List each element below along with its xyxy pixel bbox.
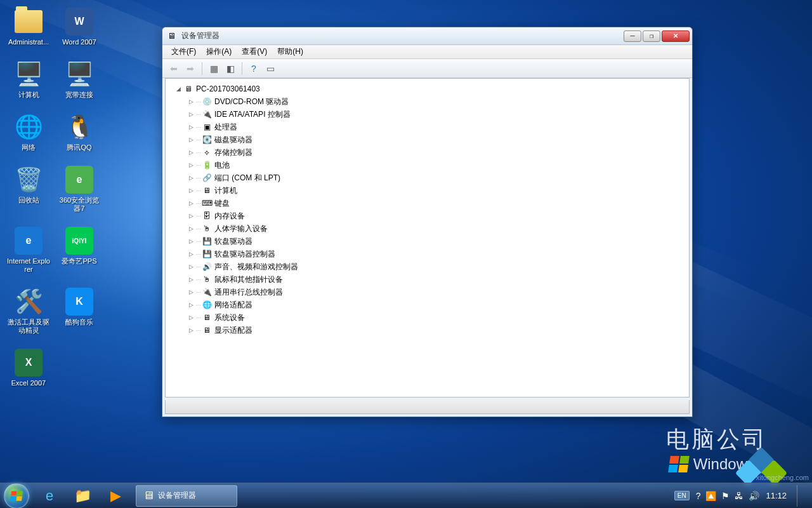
clock[interactable]: 11:12 (766, 491, 787, 500)
device-category-icon: 💽 (202, 135, 212, 145)
tree-node[interactable]: ▷⋯⌨键盘 (168, 197, 686, 210)
expand-icon[interactable]: ▷ (187, 110, 195, 118)
taskbar-item-device-manager[interactable]: 🖥 设备管理器 (136, 485, 237, 507)
expand-icon[interactable]: ▷ (187, 136, 195, 144)
top-tray-icon[interactable]: 🔼 (705, 491, 716, 501)
activation-icon[interactable]: 🛠️激活工具及驱动精灵 (6, 286, 51, 335)
tree-node[interactable]: ▷⋯🔋电池 (168, 159, 686, 171)
node-label: 软盘驱动器控制器 (214, 249, 275, 260)
refresh-button[interactable]: ▭ (263, 61, 278, 76)
menu-操作[interactable]: 操作(A) (201, 45, 237, 58)
task-icon: 🖥 (143, 489, 154, 502)
administrator-icon[interactable]: Administrat... (6, 6, 51, 46)
node-label: 磁盘驱动器 (214, 135, 252, 145)
expand-icon[interactable]: ▷ (187, 314, 195, 321)
kugou-icon[interactable]: K酷狗音乐 (57, 286, 102, 335)
device-category-icon: 🖱 (202, 274, 212, 284)
expand-icon[interactable]: ▷ (187, 98, 195, 105)
window-title: 设备管理器 (181, 30, 624, 41)
tree-node[interactable]: ▷⋯🔌通用串行总线控制器 (168, 286, 686, 298)
expand-icon[interactable]: ▷ (187, 149, 195, 156)
language-indicator[interactable]: EN (674, 491, 690, 500)
minimize-button[interactable] (624, 30, 641, 42)
node-label: 通用串行总线控制器 (214, 287, 283, 298)
tree-node[interactable]: ▷⋯▣处理器 (168, 121, 686, 133)
tree-node[interactable]: ▷⋯🖱鼠标和其他指针设备 (168, 273, 686, 286)
expand-icon[interactable]: ▷ (187, 276, 195, 283)
recycle-bin-icon[interactable]: 🗑️回收站 (6, 164, 51, 213)
ie-icon[interactable]: eInternet Explorer (6, 225, 51, 274)
maximize-button[interactable] (643, 30, 660, 42)
menu-帮助[interactable]: 帮助(H) (272, 45, 308, 58)
menu-查看[interactable]: 查看(V) (237, 45, 272, 58)
tree-node[interactable]: ▷⋯⟡存储控制器 (168, 146, 686, 159)
expand-icon[interactable]: ▷ (187, 123, 195, 131)
media-player-pinned[interactable]: ▶ (100, 485, 131, 507)
device-category-icon: 🗄 (202, 211, 212, 221)
device-category-icon: 💾 (202, 236, 212, 246)
tree-root-node[interactable]: ◢🖥PC-201703061403 (168, 83, 686, 95)
excel-2007-icon[interactable]: XExcel 2007 (6, 347, 51, 387)
iqiyi-icon[interactable]: iQIYI爱奇艺PPS (57, 225, 102, 274)
network-tray-icon[interactable]: 🖧 (735, 491, 743, 501)
titlebar[interactable]: 🖥 设备管理器 (162, 27, 692, 45)
expand-icon[interactable]: ▷ (187, 237, 195, 245)
flag-tray-icon[interactable]: ⚑ (721, 491, 730, 501)
tree-node[interactable]: ▷⋯🖥计算机 (168, 184, 686, 197)
tree-node[interactable]: ▷⋯🖥显示适配器 (168, 324, 686, 337)
expand-icon[interactable]: ▷ (187, 212, 195, 220)
explorer-pinned[interactable]: 📁 (67, 485, 98, 507)
volume-tray-icon[interactable]: 🔊 (749, 491, 759, 501)
icon-label: 网络 (22, 144, 36, 152)
help-button[interactable]: ? (246, 61, 261, 76)
qq-icon[interactable]: 🐧腾讯QQ (57, 112, 102, 152)
expand-icon[interactable]: ▷ (187, 199, 195, 207)
expand-icon[interactable]: ▷ (187, 187, 195, 194)
close-button[interactable] (662, 30, 690, 42)
tree-node[interactable]: ▷⋯💿DVD/CD-ROM 驱动器 (168, 95, 686, 108)
tree-node[interactable]: ▷⋯💾软盘驱动器 (168, 235, 686, 248)
collapse-icon[interactable]: ◢ (174, 85, 182, 93)
network-icon[interactable]: 🌐网络 (6, 112, 51, 152)
tree-node[interactable]: ▷⋯🖱人体学输入设备 (168, 222, 686, 235)
expand-icon[interactable]: ▷ (187, 301, 195, 309)
tree-node[interactable]: ▷⋯🌐网络适配器 (168, 298, 686, 311)
node-label: 显示适配器 (214, 325, 252, 336)
start-button[interactable] (4, 483, 29, 509)
menubar: 文件(F)操作(A)查看(V)帮助(H) (162, 45, 692, 59)
menu-文件[interactable]: 文件(F) (166, 45, 201, 58)
ie-pinned[interactable]: e (34, 485, 65, 507)
tree-node[interactable]: ▷⋯🔗端口 (COM 和 LPT) (168, 171, 686, 184)
node-label: 端口 (COM 和 LPT) (214, 173, 280, 184)
expand-icon[interactable]: ▷ (187, 174, 195, 182)
device-category-icon: 💾 (202, 249, 212, 259)
administrator-icon-glyph (13, 6, 44, 37)
expand-icon[interactable]: ▷ (187, 225, 195, 232)
expand-icon[interactable]: ▷ (187, 161, 195, 169)
root-label: PC-201703061403 (196, 84, 260, 93)
expand-icon[interactable]: ▷ (187, 326, 195, 334)
360-browser-icon[interactable]: e360安全浏览器7 (57, 164, 102, 213)
device-tree[interactable]: ◢🖥PC-201703061403▷⋯💿DVD/CD-ROM 驱动器▷⋯🔌IDE… (165, 78, 690, 398)
tree-node[interactable]: ▷⋯🔊声音、视频和游戏控制器 (168, 260, 686, 273)
computer-icon[interactable]: 🖥️计算机 (6, 59, 51, 99)
tree-node[interactable]: ▷⋯💽磁盘驱动器 (168, 133, 686, 146)
expand-icon[interactable]: ▷ (187, 250, 195, 258)
tree-node[interactable]: ▷⋯💾软盘驱动器控制器 (168, 248, 686, 260)
word-2007-icon[interactable]: WWord 2007 (57, 6, 102, 46)
show-desktop-button[interactable] (797, 485, 804, 507)
tree-node[interactable]: ▷⋯🖥系统设备 (168, 311, 686, 324)
icon-label: Word 2007 (62, 38, 96, 46)
icon-label: Administrat... (8, 38, 49, 46)
forward-button: ➡ (183, 61, 198, 76)
tree-node[interactable]: ▷⋯🔌IDE ATA/ATAPI 控制器 (168, 108, 686, 121)
expand-icon[interactable]: ▷ (187, 288, 195, 296)
device-category-icon: ⟡ (202, 147, 212, 157)
properties-button[interactable]: ◧ (223, 61, 238, 76)
help-tray-icon[interactable]: ? (696, 491, 701, 501)
expand-icon[interactable]: ▷ (187, 263, 195, 271)
show-hidden-button[interactable]: ▦ (206, 61, 221, 76)
broadband-icon[interactable]: 🖥️宽带连接 (57, 59, 102, 99)
device-category-icon: 🌐 (202, 300, 212, 310)
tree-node[interactable]: ▷⋯🗄内存设备 (168, 210, 686, 222)
